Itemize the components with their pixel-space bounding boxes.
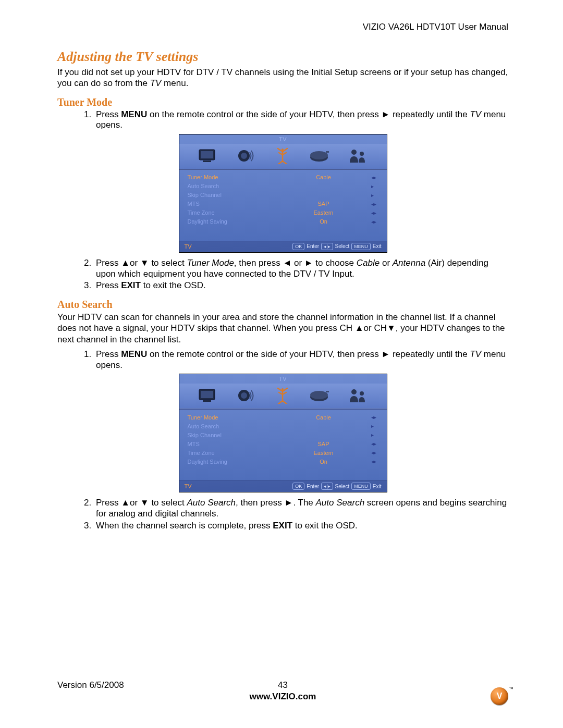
lab: MTS xyxy=(188,441,276,447)
tv-icon xyxy=(197,387,219,404)
val: SAP xyxy=(276,441,371,447)
auto-step3: When the channel search is complete, pre… xyxy=(94,521,508,532)
svg-point-18 xyxy=(310,391,328,399)
svg-rect-12 xyxy=(201,391,213,398)
parental-icon xyxy=(346,147,369,165)
arrow-icon: ▸ xyxy=(371,183,378,189)
t: Exit xyxy=(373,243,382,249)
osd-row-mts: MTSSAP◂▸ xyxy=(188,439,378,448)
osd-tab-icons xyxy=(179,144,387,169)
svg-rect-8 xyxy=(326,151,329,153)
auto-intro: Your HDTV can scan for channels in your … xyxy=(57,312,508,345)
t: to exit the OSD. xyxy=(141,280,206,290)
section-title-tuner: Tuner Mode xyxy=(57,96,508,108)
tuner-steps-cont: Press ▲or ▼ to select Tuner Mode, then p… xyxy=(57,258,508,291)
audio-icon xyxy=(234,387,257,404)
svg-point-16 xyxy=(282,388,284,390)
arrow-icon: ◂▸ xyxy=(371,459,378,464)
t: to exit the OSD. xyxy=(292,521,358,530)
t: When the channel search is complete, pre… xyxy=(96,521,273,530)
svg-point-5 xyxy=(282,149,284,151)
osd-row-dst: Daylight SavingOn◂▸ xyxy=(188,457,378,466)
lab: MTS xyxy=(188,201,276,207)
sel-key-icon: ◂|▸ xyxy=(321,243,333,250)
tv-ital: TV xyxy=(470,349,481,359)
osd-foot-tv: TV xyxy=(185,483,293,489)
osd-foot-tv: TV xyxy=(185,243,293,250)
sel-key-icon: ◂|▸ xyxy=(321,483,333,490)
val: On xyxy=(276,459,371,465)
arrow-icon: ◂▸ xyxy=(371,219,378,225)
t: Select xyxy=(335,484,350,489)
osd-footer: TV OK Enter ◂|▸ Select MENU Exit xyxy=(179,241,387,252)
arrow-icon: ◂▸ xyxy=(371,414,378,420)
page-footer: Version 6/5/2008 43 www.VIZIO.com V xyxy=(57,680,508,702)
osd-row-auto: Auto Search▸ xyxy=(188,422,378,430)
t: , then press ◄ or ► to choose xyxy=(234,258,357,268)
lab: Auto Search xyxy=(188,183,276,189)
t: Exit xyxy=(373,484,382,489)
exit-key: EXIT xyxy=(121,280,141,290)
t: , then press ►. The xyxy=(236,498,316,508)
it: Antenna xyxy=(393,258,425,268)
exit-key: EXIT xyxy=(273,521,292,530)
t: Enter xyxy=(307,243,319,249)
svg-rect-1 xyxy=(201,151,213,158)
svg-point-20 xyxy=(351,389,357,394)
parental-icon xyxy=(346,387,369,404)
t: Press ▲or ▼ to select xyxy=(96,498,187,508)
tuner-step2: Press ▲or ▼ to select Tuner Mode, then p… xyxy=(94,258,508,279)
svg-point-4 xyxy=(241,153,247,159)
auto-steps: Press MENU on the remote control or the … xyxy=(57,349,508,371)
it: Tuner Mode xyxy=(187,258,234,268)
svg-rect-13 xyxy=(203,400,211,402)
tuner-step1: Press MENU on the remote control or the … xyxy=(94,109,508,131)
svg-rect-19 xyxy=(326,391,329,392)
t: Press ▲or ▼ to select xyxy=(96,258,187,268)
antenna-icon xyxy=(271,147,294,165)
t: Select xyxy=(335,243,350,249)
tuner-step3: Press EXIT to exit the OSD. xyxy=(94,280,508,291)
ok-key-icon: OK xyxy=(292,243,304,250)
t: or xyxy=(380,258,393,268)
osd-panel: TV Tuner ModeCable◂▸ Auto Search▸ Skip C… xyxy=(179,134,387,253)
setup-icon xyxy=(309,147,332,165)
footer-version: Version 6/5/2008 xyxy=(57,680,124,690)
t: on the remote control or the side of you… xyxy=(147,109,470,119)
osd-row-tz: Time ZoneEastern◂▸ xyxy=(188,448,378,457)
osd-row-mts: MTSSAP◂▸ xyxy=(188,200,378,208)
osd-screenshot-2: TV Tuner ModeCable◂▸ Auto Search▸ Skip C… xyxy=(57,374,508,492)
osd-row-tuner: Tuner ModeCable◂▸ xyxy=(188,413,378,422)
lab: Skip Channel xyxy=(188,192,276,198)
val: Cable xyxy=(276,414,371,421)
osd-row-skip: Skip Channel▸ xyxy=(188,430,378,439)
t: Press xyxy=(96,109,121,119)
osd-list: Tuner ModeCable◂▸ Auto Search▸ Skip Chan… xyxy=(179,410,387,480)
svg-rect-2 xyxy=(203,161,211,162)
arrow-icon: ◂▸ xyxy=(371,210,378,216)
ok-key-icon: OK xyxy=(292,483,304,490)
val: Eastern xyxy=(276,209,371,216)
osd-screenshot-1: TV Tuner ModeCable◂▸ Auto Search▸ Skip C… xyxy=(57,134,508,253)
val: On xyxy=(276,218,371,225)
svg-point-15 xyxy=(241,392,247,399)
doc-header: VIZIO VA26L HDTV10T User Manual xyxy=(57,22,508,32)
intro-text: If you did not set up your HDTV for DTV … xyxy=(57,67,508,88)
it: Auto Search xyxy=(316,498,365,508)
osd-list: Tuner ModeCable◂▸ Auto Search▸ Skip Chan… xyxy=(179,170,387,241)
t: Press xyxy=(96,280,121,290)
auto-steps-cont: Press ▲or ▼ to select Auto Search, then … xyxy=(57,498,508,531)
osd-title: TV xyxy=(179,374,387,384)
osd-row-dst: Daylight SavingOn◂▸ xyxy=(188,217,378,226)
section-title-adjusting: Adjusting the TV settings xyxy=(57,49,508,65)
lab: Time Zone xyxy=(188,450,276,456)
menu-key-icon: MENU xyxy=(351,243,371,250)
t: on the remote control or the side of you… xyxy=(147,349,470,359)
intro-tv-ital: TV xyxy=(150,78,162,88)
osd-tab-icons xyxy=(179,384,387,409)
osd-row-auto: Auto Search▸ xyxy=(188,182,378,191)
it: Cable xyxy=(357,258,380,268)
osd-row-tz: Time ZoneEastern◂▸ xyxy=(188,208,378,217)
lab: Time Zone xyxy=(188,209,276,216)
tv-ital: TV xyxy=(470,109,481,119)
